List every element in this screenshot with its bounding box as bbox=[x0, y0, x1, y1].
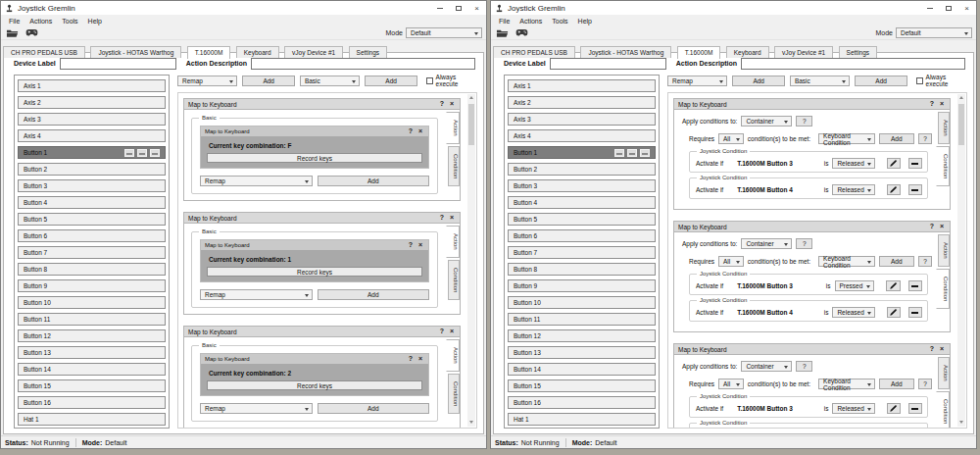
menu-item[interactable]: Actions bbox=[24, 17, 57, 25]
condition-state-select[interactable]: Released bbox=[832, 158, 874, 169]
action-description-input[interactable] bbox=[251, 58, 475, 70]
container-side-tab-action[interactable]: Action bbox=[938, 357, 950, 389]
remove-condition-button[interactable] bbox=[908, 403, 922, 414]
action-type-select[interactable]: Remap bbox=[667, 76, 727, 86]
edit-condition-button[interactable] bbox=[887, 403, 901, 414]
input-list-item-button-12[interactable]: Button 12 bbox=[508, 329, 656, 342]
vertical-scrollbar[interactable] bbox=[957, 94, 965, 427]
title-bar[interactable]: Joystick Gremlin × bbox=[491, 1, 976, 15]
open-profile-folder-icon[interactable] bbox=[6, 27, 20, 38]
minimize-button[interactable] bbox=[430, 1, 449, 15]
remove-condition-button[interactable] bbox=[908, 184, 922, 195]
help-button[interactable]: ? bbox=[406, 354, 416, 364]
condition-state-select[interactable]: Released bbox=[832, 307, 874, 318]
container-side-tab-condition[interactable]: Condition bbox=[448, 260, 460, 300]
scroll-down-arrow-icon[interactable] bbox=[957, 419, 965, 427]
gamepad-activate-icon[interactable] bbox=[25, 27, 39, 38]
input-list-item-hat-1[interactable]: Hat 1 bbox=[18, 413, 166, 426]
menu-item[interactable]: Help bbox=[83, 17, 107, 25]
help-button[interactable]: ? bbox=[918, 379, 932, 389]
input-list-item-button-13[interactable]: Button 13 bbox=[18, 346, 166, 359]
add-action-button[interactable]: Add bbox=[318, 403, 429, 414]
close-container-button[interactable]: × bbox=[937, 222, 947, 231]
help-button[interactable]: ? bbox=[406, 240, 416, 250]
container-side-tab-action[interactable]: Action bbox=[446, 339, 460, 372]
input-list-item-button-9[interactable]: Button 9 bbox=[508, 279, 656, 292]
input-list-item-button-14[interactable]: Button 14 bbox=[18, 363, 166, 376]
scroll-up-arrow-icon[interactable] bbox=[467, 94, 475, 102]
input-list-item-button-6[interactable]: Button 6 bbox=[508, 229, 656, 242]
mode-select[interactable]: Default bbox=[896, 27, 972, 38]
help-button[interactable]: ? bbox=[796, 361, 812, 372]
device-label-input[interactable] bbox=[550, 58, 666, 70]
container-type-select[interactable]: Basic bbox=[790, 76, 850, 86]
close-button[interactable]: × bbox=[957, 1, 976, 15]
action-type-select[interactable]: Remap bbox=[200, 403, 313, 414]
apply-conditions-select[interactable]: Container bbox=[741, 116, 792, 126]
input-list-item-button-1[interactable]: Button 1 bbox=[18, 146, 166, 159]
close-button[interactable]: × bbox=[467, 1, 486, 15]
help-button[interactable]: ? bbox=[406, 126, 416, 136]
record-keys-button[interactable]: Record keys bbox=[207, 380, 422, 390]
help-button[interactable]: ? bbox=[918, 133, 932, 144]
close-action-button[interactable]: × bbox=[416, 354, 425, 364]
add-action-button[interactable]: Add bbox=[242, 76, 295, 86]
add-condition-button[interactable]: Add bbox=[879, 256, 914, 267]
device-tab-settings[interactable]: Settings bbox=[839, 46, 878, 58]
input-list-item-button-16[interactable]: Button 16 bbox=[508, 396, 656, 409]
menu-item[interactable]: Actions bbox=[514, 17, 547, 25]
apply-conditions-select[interactable]: Container bbox=[741, 238, 792, 249]
close-container-button[interactable]: × bbox=[447, 99, 457, 109]
input-list-item-button-4[interactable]: Button 4 bbox=[18, 196, 166, 209]
container-side-tab-action[interactable]: Action bbox=[446, 226, 460, 258]
input-list-item-button-9[interactable]: Button 9 bbox=[18, 279, 166, 292]
device-tab-joystick-hotas-warthog[interactable]: Joystick - HOTAS Warthog bbox=[580, 46, 671, 58]
input-list-item-button-14[interactable]: Button 14 bbox=[508, 363, 656, 376]
input-list-item-button-6[interactable]: Button 6 bbox=[18, 229, 166, 242]
input-list-item-button-3[interactable]: Button 3 bbox=[508, 179, 656, 192]
input-list-item-axis-2[interactable]: Axis 2 bbox=[508, 96, 656, 109]
container-type-select[interactable]: Basic bbox=[300, 76, 360, 86]
add-action-button[interactable]: Add bbox=[318, 289, 429, 300]
close-container-button[interactable]: × bbox=[447, 213, 457, 223]
input-list-item-button-16[interactable]: Button 16 bbox=[18, 396, 166, 409]
always-execute-checkbox[interactable] bbox=[916, 77, 923, 84]
help-button[interactable]: ? bbox=[927, 222, 937, 231]
input-list-item-button-11[interactable]: Button 11 bbox=[18, 313, 166, 326]
condition-state-select[interactable]: Released bbox=[832, 403, 874, 414]
gamepad-activate-icon[interactable] bbox=[515, 27, 529, 38]
close-container-button[interactable]: × bbox=[937, 99, 947, 109]
device-tab-keyboard[interactable]: Keyboard bbox=[236, 46, 279, 58]
apply-conditions-select[interactable]: Container bbox=[741, 361, 792, 372]
container-side-tab-condition[interactable]: Condition bbox=[936, 391, 950, 429]
record-keys-button[interactable]: Record keys bbox=[207, 153, 422, 163]
input-list-item-button-13[interactable]: Button 13 bbox=[508, 346, 656, 359]
input-list-item-button-8[interactable]: Button 8 bbox=[508, 263, 656, 276]
scrollbar-thumb[interactable] bbox=[958, 104, 964, 145]
device-tab-settings[interactable]: Settings bbox=[349, 46, 388, 58]
device-label-input[interactable] bbox=[60, 58, 176, 70]
close-container-button[interactable]: × bbox=[447, 327, 457, 336]
input-list-item-button-12[interactable]: Button 12 bbox=[18, 329, 166, 342]
input-list-item-button-10[interactable]: Button 10 bbox=[18, 296, 166, 309]
menu-item[interactable]: File bbox=[494, 17, 514, 25]
condition-state-select[interactable]: Pressed bbox=[835, 280, 875, 291]
mode-select[interactable]: Default bbox=[406, 27, 482, 38]
container-side-tab-condition[interactable]: Condition bbox=[448, 146, 460, 186]
edit-condition-button[interactable] bbox=[887, 307, 901, 318]
maximize-button[interactable] bbox=[449, 1, 467, 15]
menu-item[interactable]: Help bbox=[573, 17, 597, 25]
device-tab-ch-pro-pedals-usb[interactable]: CH PRO PEDALS USB bbox=[493, 46, 575, 58]
help-button[interactable]: ? bbox=[927, 344, 937, 354]
input-list-item-button-8[interactable]: Button 8 bbox=[18, 263, 166, 276]
input-list-item-button-11[interactable]: Button 11 bbox=[508, 313, 656, 326]
input-list-item-axis-4[interactable]: Axis 4 bbox=[508, 129, 656, 142]
action-type-select[interactable]: Remap bbox=[200, 289, 313, 300]
input-list-item-button-10[interactable]: Button 10 bbox=[508, 296, 656, 309]
record-keys-button[interactable]: Record keys bbox=[207, 267, 422, 277]
input-list-item-button-5[interactable]: Button 5 bbox=[508, 213, 656, 226]
input-list-item-button-7[interactable]: Button 7 bbox=[508, 246, 656, 259]
requires-select[interactable]: All bbox=[718, 133, 744, 144]
action-type-select[interactable]: Remap bbox=[200, 176, 313, 186]
input-list-item-axis-4[interactable]: Axis 4 bbox=[18, 129, 166, 142]
